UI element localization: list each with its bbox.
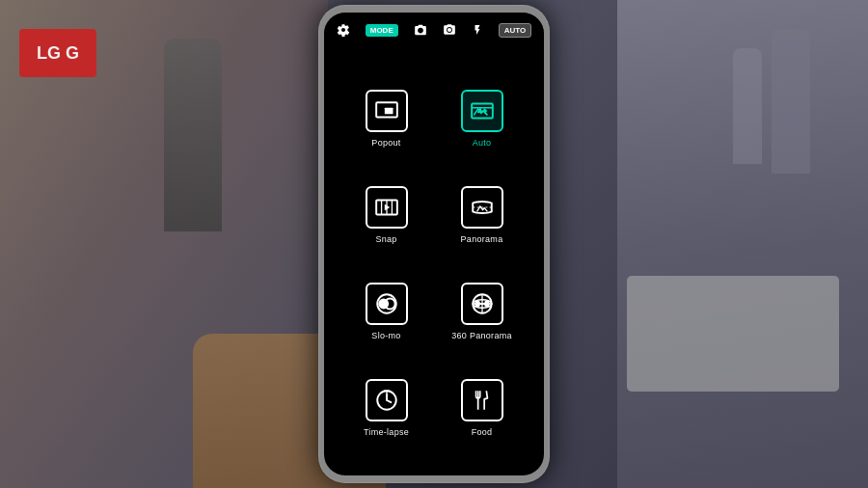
food-label: Food bbox=[472, 427, 493, 437]
mode-badge-icon[interactable]: MODE bbox=[366, 24, 398, 37]
phone-frame: MODE AUTO bbox=[318, 5, 550, 483]
mode-snap[interactable]: Snap bbox=[339, 167, 434, 263]
food-icon-box bbox=[461, 379, 503, 421]
svg-rect-15 bbox=[484, 301, 489, 308]
popout-icon-box bbox=[366, 90, 408, 132]
lg-sign: LG G bbox=[19, 29, 96, 77]
mode-360panorama[interactable]: 360 Panorama bbox=[434, 263, 529, 360]
snap-icon-box bbox=[366, 186, 408, 229]
camera-main-icon[interactable] bbox=[443, 23, 456, 37]
auto-badge-icon[interactable]: AUTO bbox=[499, 23, 532, 38]
svg-rect-14 bbox=[475, 301, 479, 308]
timelapse-label: Time-lapse bbox=[364, 427, 409, 437]
slomo-icon-box bbox=[366, 283, 408, 325]
popout-label: Popout bbox=[371, 138, 400, 148]
360panorama-label: 360 Panorama bbox=[451, 331, 512, 340]
snap-label: Snap bbox=[375, 234, 396, 244]
timelapse-icon-box bbox=[366, 379, 408, 421]
bg-person-right bbox=[772, 29, 810, 174]
360panorama-icon-box bbox=[461, 283, 503, 325]
camera-mode-grid: Popout Auto bbox=[324, 61, 544, 475]
slomo-label: Slo-mo bbox=[371, 331, 400, 340]
mode-panorama[interactable]: Panorama bbox=[434, 167, 529, 263]
auto-icon-box bbox=[461, 90, 503, 132]
auto-label: Auto bbox=[473, 138, 492, 148]
mode-auto[interactable]: Auto bbox=[434, 70, 529, 167]
panorama-label: Panorama bbox=[461, 234, 503, 244]
mode-slomo[interactable]: Slo-mo bbox=[339, 263, 434, 360]
settings-icon[interactable] bbox=[337, 23, 350, 37]
bg-person bbox=[164, 39, 222, 231]
flash-icon[interactable] bbox=[472, 23, 483, 37]
svg-rect-2 bbox=[384, 108, 393, 115]
phone-screen: MODE AUTO bbox=[324, 13, 544, 475]
camera-switch-icon[interactable] bbox=[414, 23, 427, 37]
svg-point-0 bbox=[448, 28, 451, 32]
mode-timelapse[interactable]: Time-lapse bbox=[339, 360, 434, 456]
bg-table bbox=[627, 276, 839, 392]
camera-top-bar: MODE AUTO bbox=[324, 13, 544, 47]
mode-food[interactable]: Food bbox=[434, 360, 529, 456]
mode-popout[interactable]: Popout bbox=[339, 70, 434, 167]
svg-rect-16 bbox=[479, 303, 483, 305]
panorama-icon-box bbox=[461, 186, 503, 229]
bg-person-right2 bbox=[733, 48, 762, 164]
